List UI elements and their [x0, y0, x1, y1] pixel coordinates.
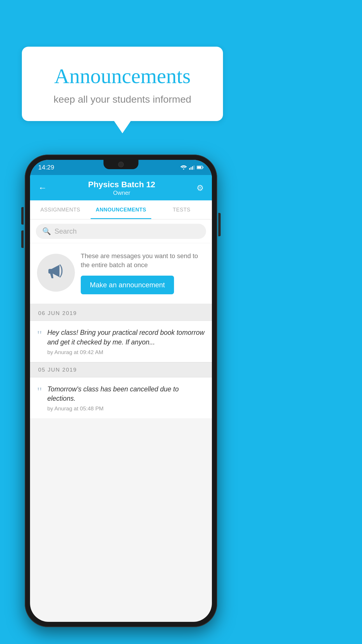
announcement-prompt-section: These are messages you want to send to t… — [30, 243, 212, 306]
speech-bubble-title: Announcements — [34, 64, 211, 88]
announcement-message-2: Tomorrow's class has been cancelled due … — [47, 384, 205, 403]
speech-bubble: Announcements keep all your students inf… — [22, 47, 223, 121]
tabs-bar: ASSIGNMENTS ANNOUNCEMENTS TESTS — [30, 200, 212, 220]
search-placeholder: Search — [55, 227, 77, 235]
phone-screen: 14:29 — [30, 160, 212, 622]
speech-bubble-card: Announcements keep all your students inf… — [22, 47, 223, 121]
announcement-text-2: Tomorrow's class has been cancelled due … — [47, 384, 205, 412]
announcement-item-1: " Hey class! Bring your practical record… — [30, 321, 212, 362]
announcement-meta-2: by Anurag at 05:48 PM — [47, 405, 205, 412]
announcement-meta-1: by Anurag at 09:42 AM — [47, 349, 205, 356]
announcement-prompt-description: These are messages you want to send to t… — [81, 251, 205, 270]
phone-notch — [103, 160, 138, 169]
quote-icon-1: " — [37, 329, 42, 341]
megaphone-icon — [47, 262, 65, 283]
date-divider-2: 05 JUN 2019 — [30, 362, 212, 377]
svg-rect-2 — [192, 166, 193, 170]
settings-icon[interactable]: ⚙ — [196, 183, 204, 193]
announcement-prompt-content: These are messages you want to send to t… — [81, 251, 205, 295]
svg-rect-6 — [197, 167, 201, 169]
search-input[interactable]: 🔍 Search — [36, 224, 206, 239]
announcement-text-1: Hey class! Bring your practical record b… — [47, 328, 205, 355]
svg-rect-5 — [203, 167, 203, 168]
announcement-message-1: Hey class! Bring your practical record b… — [47, 328, 205, 346]
search-bar-container: 🔍 Search — [30, 220, 212, 243]
volume-up-button[interactable] — [21, 207, 24, 225]
status-icons — [180, 165, 204, 170]
tab-tests[interactable]: TESTS — [151, 200, 212, 219]
svg-rect-0 — [189, 168, 190, 170]
search-icon: 🔍 — [42, 227, 51, 235]
announcement-icon-circle — [37, 254, 75, 292]
svg-rect-1 — [191, 167, 191, 170]
front-camera — [118, 162, 124, 167]
volume-down-button[interactable] — [21, 230, 24, 248]
tab-assignments[interactable]: ASSIGNMENTS — [30, 200, 91, 219]
date-divider-1: 06 JUN 2019 — [30, 306, 212, 321]
announcement-item-2: " Tomorrow's class has been cancelled du… — [30, 377, 212, 418]
svg-rect-3 — [194, 165, 194, 170]
battery-icon — [197, 165, 204, 169]
tab-announcements[interactable]: ANNOUNCEMENTS — [91, 200, 151, 219]
speech-bubble-subtitle: keep all your students informed — [34, 94, 211, 105]
app-header: ← Physics Batch 12 Owner ⚙ — [30, 175, 212, 200]
phone-outer-shell: 14:29 — [25, 155, 217, 627]
batch-title: Physics Batch 12 — [88, 180, 155, 190]
signal-icon — [189, 165, 194, 170]
back-button[interactable]: ← — [38, 183, 47, 193]
header-center: Physics Batch 12 Owner — [88, 180, 155, 196]
quote-icon-2: " — [37, 386, 42, 398]
phone-frame: 14:29 — [25, 155, 217, 627]
status-time: 14:29 — [38, 164, 54, 171]
wifi-icon — [180, 165, 187, 170]
owner-label: Owner — [88, 190, 155, 196]
power-button[interactable] — [218, 213, 221, 236]
make-announcement-button[interactable]: Make an announcement — [81, 276, 174, 294]
